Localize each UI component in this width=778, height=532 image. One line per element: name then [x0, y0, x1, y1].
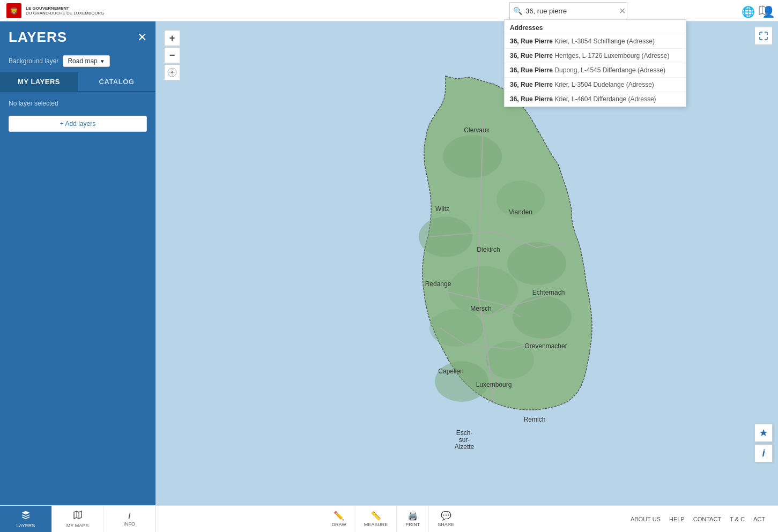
my-maps-icon [73, 510, 83, 522]
globe-button[interactable]: 🌐 [738, 2, 758, 21]
tab-my-layers[interactable]: MY LAYERS [0, 72, 78, 91]
layers-icon [21, 510, 31, 522]
search-result-1[interactable]: 36, Rue Pierre Krier, L-3854 Schifflange… [505, 34, 686, 49]
svg-point-5 [443, 135, 502, 178]
sidebar: LAYERS ✕ Background layer Road map ▼ MY … [0, 21, 155, 505]
add-layers-button[interactable]: + Add layers [9, 116, 147, 132]
map-right-buttons: i [754, 424, 773, 462]
bottom-left-tools: LAYERS MY MAPS i INFO [0, 506, 155, 532]
search-result-2[interactable]: 36, Rue Pierre Hentges, L-1726 Luxembour… [505, 49, 686, 63]
map-controls: + − [164, 30, 180, 80]
bottom-right-links: ABOUT US HELP CONTACT T & C ACT [631, 516, 778, 522]
sidebar-header: LAYERS ✕ [0, 21, 155, 53]
svg-point-10 [429, 309, 483, 347]
svg-text:Echternach: Echternach [532, 289, 565, 296]
bottom-toolbar: LAYERS MY MAPS i INFO ✏️ DRAW 📏 MEASURE [0, 505, 778, 532]
tab-catalog[interactable]: CATALOG [78, 72, 155, 91]
act-link[interactable]: ACT [753, 516, 765, 522]
svg-text:Esch-: Esch- [456, 429, 472, 437]
measure-icon: 📏 [371, 511, 381, 521]
search-input-wrap: 🔍 ✕ [509, 2, 627, 19]
svg-text:Wiltz: Wiltz [435, 205, 449, 213]
svg-text:Grevenmacher: Grevenmacher [524, 342, 567, 350]
print-icon: 🖨️ [407, 511, 418, 521]
help-link[interactable]: HELP [669, 516, 685, 522]
sidebar-title: LAYERS [9, 29, 67, 46]
search-container: 🔍 ✕ Addresses 36, Rue Pierre Krier, L-38… [509, 2, 627, 19]
search-dropdown-title: Addresses [505, 20, 686, 34]
svg-point-11 [513, 296, 572, 339]
share-label: SHARE [438, 522, 454, 527]
svg-text:Capellen: Capellen [438, 368, 463, 375]
svg-text:Alzette: Alzette [454, 443, 474, 451]
search-icon: 🔍 [510, 6, 525, 15]
about-us-link[interactable]: ABOUT US [631, 516, 661, 522]
lion-icon: 🦁 [6, 3, 21, 18]
svg-point-8 [507, 242, 566, 285]
info-icon: i [128, 512, 130, 520]
bg-layer-select[interactable]: Road map ▼ [63, 55, 109, 67]
sidebar-close-button[interactable]: ✕ [137, 32, 147, 43]
header: 🦁 LE GOUVERNEMENT DU GRAND-DUCHÉ DE LUXE… [0, 0, 778, 21]
svg-text:Redange: Redange [425, 280, 451, 288]
zoom-out-button[interactable]: − [164, 47, 180, 63]
search-result-5[interactable]: 36, Rue Pierre Krier, L-4604 Differdange… [505, 92, 686, 107]
svg-text:🦁: 🦁 [10, 6, 19, 16]
geolocation-button[interactable] [754, 424, 773, 442]
tc-link[interactable]: T & C [730, 516, 745, 522]
tabs-row: MY LAYERS CATALOG [0, 72, 155, 92]
bg-layer-label: Background layer [9, 57, 58, 65]
my-maps-label: MY MAPS [66, 523, 88, 528]
bottom-tool-layers[interactable]: LAYERS [0, 506, 52, 532]
svg-text:Vianden: Vianden [509, 208, 532, 216]
bg-layer-row: Background layer Road map ▼ [0, 53, 155, 72]
svg-text:Luxembourg: Luxembourg [476, 381, 512, 388]
share-icon: 💬 [441, 511, 451, 521]
bottom-tool-share[interactable]: 💬 SHARE [429, 506, 463, 532]
bottom-tool-draw[interactable]: ✏️ DRAW [323, 506, 355, 532]
svg-point-7 [419, 216, 472, 257]
chevron-down-icon: ▼ [100, 58, 105, 64]
info-label: INFO [123, 521, 135, 527]
measure-label: MEASURE [364, 522, 388, 527]
bottom-center-tools: ✏️ DRAW 📏 MEASURE 🖨️ PRINT 💬 SHARE [155, 506, 631, 532]
search-clear-button[interactable]: ✕ [616, 6, 629, 16]
search-dropdown: Addresses 36, Rue Pierre Krier, L-3854 S… [504, 19, 686, 107]
svg-text:Mersch: Mersch [470, 305, 491, 312]
svg-point-3 [171, 71, 173, 73]
info-button[interactable]: i [754, 444, 773, 462]
search-result-3[interactable]: 36, Rue Pierre Dupong, L-4545 Differdang… [505, 63, 686, 78]
no-layer-text: No layer selected [0, 92, 155, 111]
print-label: PRINT [405, 522, 420, 527]
search-input[interactable] [525, 7, 616, 15]
svg-text:Clervaux: Clervaux [464, 126, 489, 134]
map-expand-button[interactable] [754, 27, 773, 45]
svg-text:Diekirch: Diekirch [477, 246, 500, 253]
draw-icon: ✏️ [334, 511, 344, 521]
svg-text:sur-: sur- [458, 436, 470, 444]
gov-text: LE GOUVERNEMENT DU GRAND-DUCHÉ DE LUXEMB… [26, 6, 104, 16]
header-right-buttons: 🌐 👤 [738, 2, 778, 21]
user-button[interactable]: 👤 [759, 2, 778, 21]
bottom-tool-info[interactable]: i INFO [103, 506, 155, 532]
bottom-tool-my-maps[interactable]: MY MAPS [52, 506, 104, 532]
draw-label: DRAW [332, 522, 346, 527]
compass-button[interactable] [164, 64, 180, 80]
bottom-tool-measure[interactable]: 📏 MEASURE [355, 506, 397, 532]
svg-text:Remich: Remich [523, 416, 545, 423]
zoom-in-button[interactable]: + [164, 30, 180, 46]
search-result-4[interactable]: 36, Rue Pierre Krier, L-3504 Dudelange (… [505, 78, 686, 92]
contact-link[interactable]: CONTACT [693, 516, 721, 522]
logo: 🦁 LE GOUVERNEMENT DU GRAND-DUCHÉ DE LUXE… [0, 3, 110, 18]
bottom-tool-print[interactable]: 🖨️ PRINT [397, 506, 429, 532]
layers-label: LAYERS [16, 523, 35, 528]
